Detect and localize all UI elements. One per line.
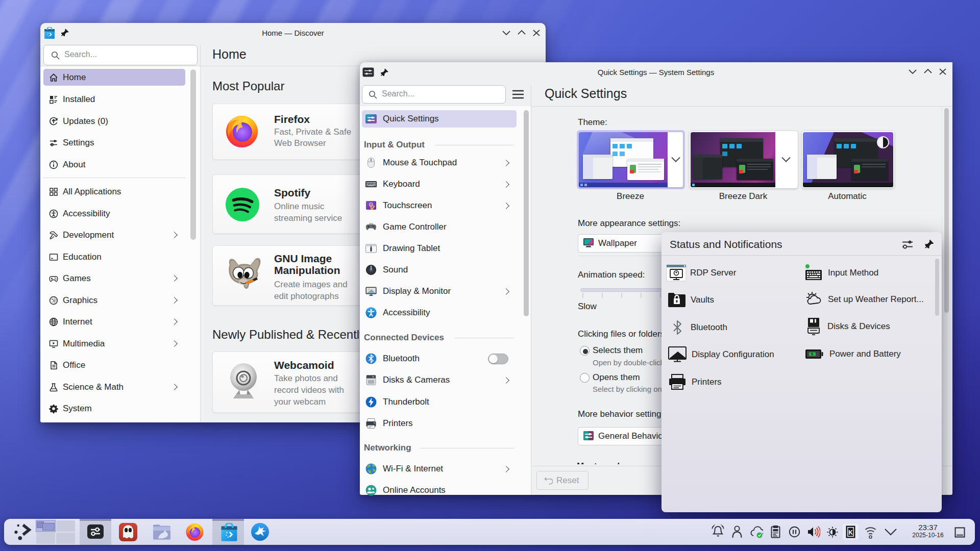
svg-text:K: K bbox=[848, 529, 853, 536]
